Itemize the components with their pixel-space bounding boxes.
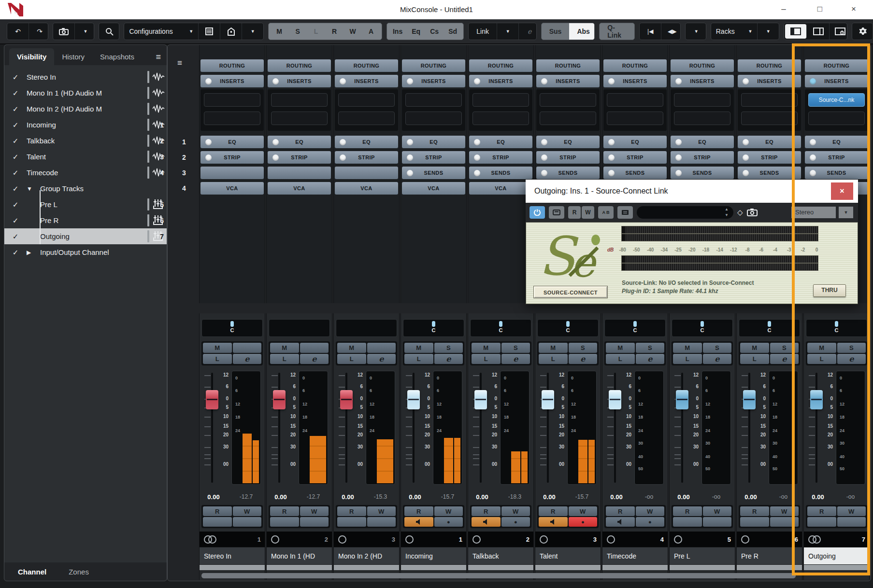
eq-header[interactable]: EQ (402, 136, 465, 148)
track-row-mono-in-2-hd-audio-m[interactable]: ✓Mono In 2 (HD Audio M (4, 101, 167, 117)
eq-header[interactable]: EQ (536, 136, 600, 148)
sends-header[interactable] (268, 167, 331, 179)
sends-header[interactable]: SENDS (469, 167, 532, 179)
listen-button[interactable]: L (472, 354, 501, 364)
sends-header[interactable]: SENDS (805, 167, 868, 179)
fader-handle[interactable] (676, 390, 688, 409)
channel-color-strip[interactable] (670, 564, 735, 570)
agents-dropdown[interactable]: ▼ (242, 23, 263, 40)
routing-header[interactable]: ROUTING (402, 59, 465, 72)
eq-header[interactable]: EQ (805, 136, 868, 148)
fader-handle[interactable] (273, 390, 286, 409)
read-automation-button[interactable]: R (270, 506, 299, 516)
insert-slot[interactable] (405, 93, 462, 107)
snapshot-options-dropdown[interactable]: ▼ (75, 23, 94, 40)
insert-slot[interactable] (674, 93, 730, 107)
configurations-dropdown[interactable]: Configurations▼ (124, 23, 199, 40)
record-enable-button[interactable]: ● (501, 517, 530, 527)
edit-channel-button[interactable]: e (300, 354, 329, 364)
channel-name[interactable]: Stereo In (200, 547, 265, 564)
routing-header[interactable]: ROUTING (805, 59, 868, 72)
monitor-button[interactable] (404, 517, 433, 527)
blank-button[interactable] (233, 343, 262, 353)
read-automation-button[interactable]: R (673, 506, 702, 516)
track-visible-checkmark[interactable]: ✓ (4, 248, 27, 257)
zoom-palette-dropdown[interactable]: ▼ (686, 23, 706, 40)
blank-button[interactable] (367, 343, 396, 353)
channel-color-strip[interactable] (267, 564, 332, 570)
qlink-button[interactable]: Q-Link (600, 23, 634, 40)
eq-header[interactable]: EQ (200, 136, 264, 148)
channel-color-strip[interactable] (535, 564, 601, 570)
channel-color-strip[interactable] (737, 564, 802, 570)
expand-arrow-icon[interactable]: ▼ (27, 185, 37, 192)
pan-control[interactable]: C (403, 319, 464, 337)
search-icon[interactable] (99, 23, 120, 40)
read-automation-button[interactable]: R (740, 506, 769, 516)
expand-channels-icon[interactable]: ◀▶ (661, 23, 681, 40)
channel-name[interactable]: Timecode (602, 547, 668, 564)
routing-header[interactable]: ROUTING (738, 59, 801, 72)
routing-header[interactable]: ROUTING (671, 59, 734, 72)
pan-control[interactable]: C (470, 319, 531, 337)
write-automation-button[interactable]: W (233, 506, 262, 516)
insert-slot-source-connect[interactable]: Source-C...nk (808, 93, 865, 107)
listen-button[interactable]: L (270, 354, 299, 364)
pan-control[interactable] (269, 319, 330, 337)
suspend-automation-button[interactable]: A (362, 28, 380, 35)
channel-color-strip[interactable] (602, 564, 668, 570)
blank-button[interactable] (300, 517, 329, 527)
write-automation-button[interactable]: W (703, 506, 732, 516)
read-automation-button[interactable]: R (203, 506, 232, 516)
racks-dropdown[interactable]: Racks▼ (711, 23, 758, 40)
channel-color-strip[interactable] (468, 564, 533, 570)
sends-header[interactable] (335, 167, 398, 179)
blank-button[interactable] (270, 517, 299, 527)
fader-handle[interactable] (609, 390, 621, 409)
redo-button[interactable]: ↷ (29, 23, 48, 40)
eq-header[interactable]: EQ (738, 136, 801, 148)
tab-visibility[interactable]: Visibility (9, 48, 54, 65)
track-visible-checkmark[interactable]: ✓ (4, 200, 27, 209)
inserts-rack-toggle[interactable]: Ins (389, 28, 406, 35)
track-visible-checkmark[interactable]: ✓ (4, 105, 27, 113)
write-automation-button[interactable]: W (837, 506, 866, 516)
listen-button[interactable]: L (740, 354, 769, 364)
sends-header[interactable]: SENDS (536, 167, 600, 179)
solo-button[interactable]: S (501, 343, 530, 353)
mute-button[interactable]: M (270, 343, 299, 353)
insert-slot[interactable] (204, 93, 260, 107)
track-visible-checkmark[interactable]: ✓ (4, 73, 27, 82)
mute-button[interactable]: M (740, 343, 769, 353)
insert-slot[interactable] (808, 112, 865, 125)
channel-name[interactable]: Mono In 1 (HD (267, 547, 332, 564)
column-divider-handle[interactable] (147, 135, 149, 147)
solo-button[interactable]: S (837, 343, 866, 353)
track-row-pre-r[interactable]: ✓Pre R6 (4, 212, 167, 228)
routing-header[interactable]: ROUTING (536, 59, 600, 72)
track-visible-checkmark[interactable]: ✓ (4, 137, 27, 145)
plugin-preset-field[interactable]: ▲▼ (637, 206, 733, 219)
monitor-button[interactable] (539, 517, 568, 527)
maximize-button[interactable]: □ (803, 0, 837, 19)
strip-header[interactable]: STRIP (603, 151, 667, 164)
eq-header[interactable]: EQ (268, 136, 331, 148)
plugin-read-button[interactable]: R (568, 206, 581, 219)
channel-name[interactable]: Incoming (401, 547, 466, 564)
track-row-input-output-channel[interactable]: ✓▶Input/Output Channel (4, 244, 167, 260)
routing-header[interactable]: ROUTING (469, 59, 532, 72)
blank-button[interactable] (770, 517, 799, 527)
show-left-zone-button[interactable] (785, 24, 807, 39)
channel-color-strip[interactable] (804, 564, 869, 570)
solo-all-button[interactable]: S (289, 28, 306, 35)
fader-handle[interactable] (407, 390, 420, 409)
inserts-header[interactable]: INSERTS (805, 75, 868, 87)
write-automation-button[interactable]: W (300, 506, 329, 516)
link-edit-button[interactable]: e (519, 23, 537, 40)
inserts-header[interactable]: INSERTS (536, 75, 600, 87)
link-abs-button[interactable]: Abs (569, 23, 595, 40)
channel-name[interactable]: Talent (535, 547, 601, 564)
pan-control[interactable]: C (537, 319, 599, 337)
source-connect-button[interactable]: SOURCE-CONNECT (534, 286, 607, 298)
monitor-button[interactable] (472, 517, 501, 527)
